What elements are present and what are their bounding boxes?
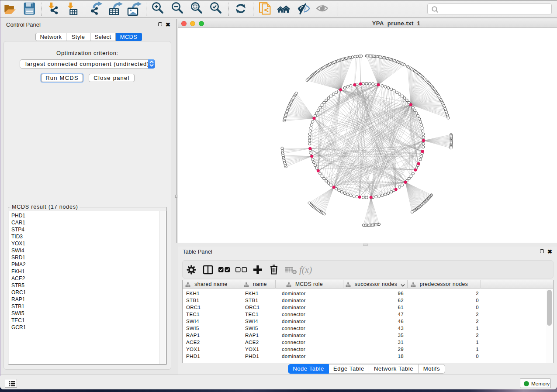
svg-text:f(x): f(x) [299, 265, 312, 275]
